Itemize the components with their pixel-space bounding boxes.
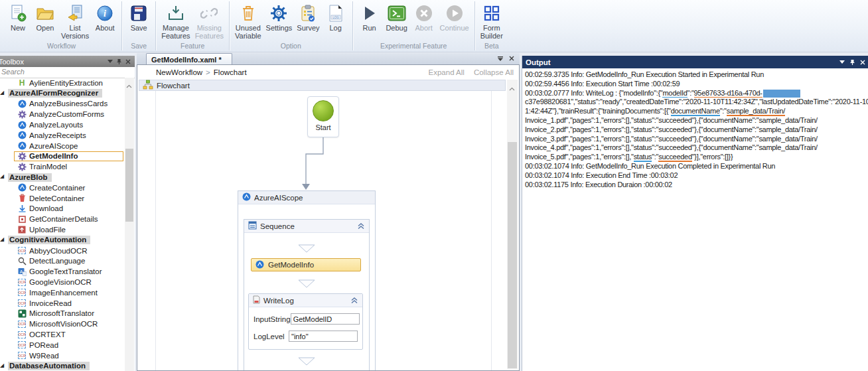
- output-log[interactable]: 00:02:59.3735 Info: GetModelInfo_Run Exe…: [522, 68, 868, 189]
- ocr-icon: OCR: [17, 331, 27, 338]
- toolbox-item-trainmodel[interactable]: TrainModel: [0, 161, 124, 172]
- canvas-left-edge: [155, 91, 156, 370]
- toolbox-group-azureblob[interactable]: ◢AzureBlob: [0, 172, 124, 183]
- collapse-chevron-icon[interactable]: [350, 297, 358, 304]
- log-button[interactable]: LOGLog: [323, 3, 348, 33]
- tab-close-icon[interactable]: [509, 56, 514, 61]
- toolbox-dropdown-icon[interactable]: [108, 60, 113, 63]
- ocr-icon: OCR: [17, 321, 27, 328]
- ribbon-item-label: Debug: [386, 25, 407, 33]
- output-close-icon[interactable]: [860, 60, 865, 65]
- toolbox-item-aylienentityextraction[interactable]: HAylienEntityExtraction: [0, 78, 124, 88]
- collapse-chevron-icon[interactable]: [357, 222, 365, 230]
- run-button[interactable]: Run: [357, 3, 382, 33]
- toolbox-item-googletexttranslator[interactable]: AGoogleTextTranslator: [0, 266, 124, 277]
- toolbox-item-microsoftvisionocr[interactable]: OCRMicrosoftVisionOCR: [0, 319, 124, 329]
- toolbox-item-w9read[interactable]: OCRW9Read: [0, 350, 124, 361]
- expander-icon[interactable]: ◢: [0, 173, 4, 179]
- toolbox-item-label: DeleteContainer: [29, 194, 84, 202]
- ribbon-group-option: Unused VariableSettingsSurveyLOGLogOptio…: [230, 0, 352, 52]
- ribbon-group-save: SaveSave: [122, 0, 155, 52]
- output-panel: Output 00:02:59.3735 Info: GetModelInfo_…: [522, 56, 868, 371]
- expander-icon[interactable]: ◢: [0, 236, 4, 242]
- ribbon-item-label: Unused Variable: [235, 25, 261, 40]
- toolbox-group-databaseautomation[interactable]: ◢DatabaseAutomation: [0, 361, 124, 371]
- toolbox-item-label: DetectLanguage: [29, 257, 85, 265]
- toolbox-pin-icon[interactable]: [117, 58, 121, 65]
- toolbox-item-download[interactable]: Download: [0, 204, 124, 214]
- toolbox-item-invoiceread[interactable]: OCRInvoiceRead: [0, 298, 124, 309]
- expander-icon[interactable]: ◢: [0, 362, 4, 368]
- scroll-up-icon[interactable]: [509, 82, 515, 94]
- toolbox-scrollbar[interactable]: [125, 78, 134, 371]
- expand-all-button[interactable]: Expand All: [429, 68, 465, 76]
- output-pin-icon[interactable]: [850, 59, 855, 66]
- toolbox-item-deletecontainer[interactable]: DeleteContainer: [0, 193, 124, 204]
- about-button[interactable]: iAbout: [92, 3, 117, 33]
- expander-icon[interactable]: ◢: [0, 90, 4, 96]
- sequence-header[interactable]: Sequence: [244, 220, 369, 233]
- breadcrumb-root[interactable]: NewWorkflow: [156, 68, 202, 76]
- toolbox-item-label: CreateContainer: [29, 184, 85, 192]
- azureaiscope-header[interactable]: AzureAIScope: [238, 191, 375, 204]
- getmodelinfo-activity[interactable]: GetModelInfo: [251, 258, 361, 271]
- flowchart-title: Flowchart: [157, 82, 190, 90]
- start-node[interactable]: Start: [307, 96, 339, 137]
- loglevel-field[interactable]: [289, 331, 358, 342]
- writelog-activity[interactable]: WriteLog InputString LogLevel: [248, 293, 363, 350]
- toolbox-item-uploadfile[interactable]: UploadFile: [0, 224, 124, 235]
- toolbox-item-ocrtext[interactable]: OCROCRTEXT: [0, 329, 124, 340]
- toolbox-item-analyzebusinesscards[interactable]: AnalyzeBusinessCards: [0, 99, 124, 110]
- output-dropdown-icon[interactable]: [839, 60, 845, 64]
- toolbox-item-azureaiscope[interactable]: AzureAIScope: [0, 141, 124, 151]
- open-button[interactable]: Open: [33, 3, 58, 33]
- toolbox-search-input[interactable]: Search: [0, 67, 135, 78]
- breadcrumb-current[interactable]: Flowchart: [214, 68, 247, 76]
- settings-button[interactable]: Settings: [265, 3, 294, 33]
- toolbox-item-analyzereceipts[interactable]: AnalyzeReceipts: [0, 130, 124, 141]
- inputstring-field[interactable]: [291, 313, 360, 325]
- unused-variable-button[interactable]: Unused Variable: [234, 3, 263, 40]
- writelog-header[interactable]: WriteLog: [249, 294, 362, 307]
- open-folder-icon: [36, 3, 54, 23]
- form-builder-button[interactable]: Form Builder: [479, 3, 504, 40]
- toolbox-item-getmodelinfo[interactable]: GetModelInfo: [0, 151, 124, 162]
- tab-dock-menu-icon[interactable]: [498, 56, 503, 61]
- toolbox-item-imageenhancement[interactable]: OCRImageEnhancement: [0, 287, 124, 298]
- scrollbar-thumb[interactable]: [125, 149, 133, 222]
- manage-features-button[interactable]: Manage Features: [160, 3, 191, 40]
- toolbox-item-poread[interactable]: OCRPORead: [0, 340, 124, 350]
- toolbox-item-detectlanguage[interactable]: DetectLanguage: [0, 256, 124, 267]
- designer-scrollbar[interactable]: [507, 80, 518, 369]
- flowchart-title-bar[interactable]: Flowchart: [139, 80, 506, 91]
- toolbox-item-analyzecustomforms[interactable]: AnalyzeCustomForms: [0, 109, 124, 119]
- scrollbar-thumb[interactable]: [508, 142, 517, 368]
- toolbox-item-googlevisionocr[interactable]: OCRGoogleVisionOCR: [0, 277, 124, 287]
- toolbox-item-label: AnalyzeBusinessCards: [29, 100, 108, 108]
- toolbox-group-azureaiformrecognizer[interactable]: ◢AzureAIFormRecognizer: [0, 88, 124, 99]
- ribbon-item-label: Open: [36, 25, 54, 33]
- save-button[interactable]: Save: [126, 3, 151, 33]
- log-line: 1:42:44Z"},"trainResult":{"trainingDocum…: [525, 107, 868, 116]
- tab-getmodelinfo-xaml[interactable]: GetModelInfo.xaml *: [146, 53, 232, 65]
- azure-circle-icon: [17, 141, 27, 150]
- toolbox-close-icon[interactable]: [125, 59, 131, 64]
- toolbox-item-getcontainerdetails[interactable]: GetContainerDetails: [0, 214, 124, 224]
- toolbox-group-cognitiveautomation[interactable]: ◢CognitiveAutomation: [0, 235, 124, 246]
- ribbon-group-beta: Form BuilderBeta: [475, 0, 508, 52]
- toolbox-item-microsofttranslator[interactable]: MicrosoftTranslator: [0, 309, 124, 319]
- toolbox-item-createcontainer[interactable]: CreateContainer: [0, 183, 124, 193]
- debug-button[interactable]: Debug: [384, 3, 409, 33]
- list-versions-button[interactable]: List Versions: [60, 3, 90, 40]
- toolbox-item-analyzelayouts[interactable]: AnalyzeLayouts: [0, 119, 124, 130]
- survey-button[interactable]: Survey: [295, 3, 321, 33]
- scroll-up-icon[interactable]: [126, 79, 132, 91]
- gear-purple-icon: [17, 110, 27, 119]
- about-icon: i: [97, 3, 113, 23]
- collapse-all-button[interactable]: Collapse All: [474, 68, 514, 76]
- flowchart-canvas[interactable]: Start AzureAIScope Sequence: [139, 91, 506, 370]
- toolbox-item-abbyycloudocr[interactable]: OCRAbbyyCloudOCR: [0, 246, 124, 256]
- ocr-icon: OCR: [17, 247, 27, 254]
- toolbox-item-label: OCRTEXT: [29, 331, 66, 338]
- new-button[interactable]: New: [5, 3, 31, 33]
